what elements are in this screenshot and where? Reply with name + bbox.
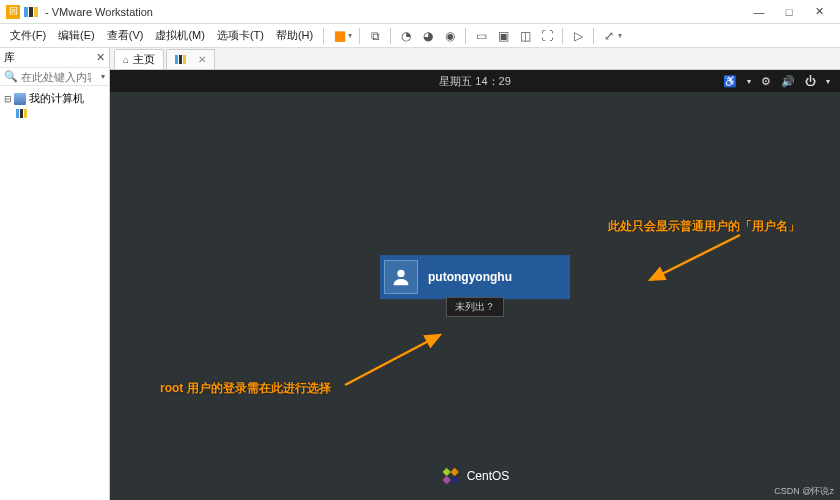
menu-tabs[interactable]: 选项卡(T) [211, 28, 270, 43]
menu-view[interactable]: 查看(V) [101, 28, 150, 43]
search-icon: 🔍 [4, 70, 18, 83]
annotation-top: 此处只会显示普通用户的「用户名」 [608, 218, 800, 235]
menu-vm[interactable]: 虚拟机(M) [149, 28, 211, 43]
window-titlebar: 回 - VMware Workstation — □ ✕ [0, 0, 840, 24]
vm-color-icon [24, 7, 39, 17]
menu-help[interactable]: 帮助(H) [270, 28, 319, 43]
menubar: 文件(F) 编辑(E) 查看(V) 虚拟机(M) 选项卡(T) 帮助(H) ▮▮… [0, 24, 840, 48]
guest-screen[interactable]: 星期五 14：29 ♿ ▾ ⚙ 🔊 ⏻ ▾ putongyonghu 未列出？ … [110, 70, 840, 500]
library-sidebar: 库 ✕ 🔍 ▾ ⊟ 我的计算机 [0, 48, 110, 500]
window-title: - VMware Workstation [45, 6, 153, 18]
annotation-arrow-top [640, 230, 750, 290]
svg-rect-4 [450, 468, 458, 476]
snapshot-icon[interactable]: ⧉ [366, 27, 384, 45]
svg-point-0 [397, 270, 404, 277]
svg-line-2 [345, 335, 440, 385]
tree-root-label: 我的计算机 [29, 91, 84, 106]
system-dropdown-icon[interactable]: ▾ [826, 77, 830, 86]
search-dropdown-icon[interactable]: ▾ [101, 72, 105, 81]
tab-home-label: 主页 [133, 52, 155, 67]
tab-home[interactable]: ⌂ 主页 [114, 49, 164, 69]
snapshot-take-icon[interactable]: ◔ [397, 27, 415, 45]
close-button[interactable]: ✕ [804, 3, 834, 21]
menu-edit[interactable]: 编辑(E) [52, 28, 101, 43]
power-icon[interactable]: ⏻ [805, 75, 816, 87]
accessibility-dropdown-icon[interactable]: ▾ [747, 77, 751, 86]
library-search-input[interactable] [21, 71, 91, 83]
view-stretch-icon[interactable]: ⛶ [538, 27, 556, 45]
maximize-button[interactable]: □ [774, 3, 804, 21]
guest-top-panel: 星期五 14：29 ♿ ▾ ⚙ 🔊 ⏻ ▾ [110, 70, 840, 92]
tree-twisty-icon[interactable]: ⊟ [4, 94, 14, 104]
vm-running-icon [16, 108, 28, 120]
centos-logo-icon [441, 466, 461, 486]
tree-vm-item[interactable] [2, 107, 107, 121]
network-icon[interactable]: ⚙ [761, 75, 771, 88]
tree-root[interactable]: ⊟ 我的计算机 [2, 90, 107, 107]
pause-icon[interactable]: ▮▮ [330, 27, 348, 45]
not-listed-button[interactable]: 未列出？ [446, 297, 504, 317]
computer-icon [14, 93, 26, 105]
menu-file[interactable]: 文件(F) [4, 28, 52, 43]
fullscreen-dropdown-icon[interactable]: ▾ [618, 31, 622, 40]
volume-icon[interactable]: 🔊 [781, 75, 795, 88]
accessibility-icon[interactable]: ♿ [723, 75, 737, 88]
minimize-button[interactable]: — [744, 3, 774, 21]
svg-line-1 [650, 235, 740, 280]
app-icon: 回 [6, 5, 20, 19]
avatar-icon [384, 260, 418, 294]
svg-rect-6 [450, 476, 458, 484]
watermark: CSDN @怀说z [774, 485, 834, 498]
snapshot-revert-icon[interactable]: ◕ [419, 27, 437, 45]
view-thumbnail-icon[interactable]: ◫ [516, 27, 534, 45]
centos-label: CentOS [467, 469, 510, 483]
snapshot-manage-icon[interactable]: ◉ [441, 27, 459, 45]
tabstrip: ⌂ 主页 ✕ [110, 48, 840, 70]
login-user-tile[interactable]: putongyonghu [380, 255, 570, 299]
tab-vm[interactable]: ✕ [166, 49, 215, 69]
view-console-icon[interactable]: ▭ [472, 27, 490, 45]
fullscreen-icon[interactable]: ⤢ [600, 27, 618, 45]
annotation-bottom: root 用户的登录需在此进行选择 [160, 380, 331, 397]
centos-brand: CentOS [441, 466, 510, 486]
power-dropdown-icon[interactable]: ▾ [348, 31, 352, 40]
tab-close-icon[interactable]: ✕ [198, 54, 206, 65]
annotation-arrow-bottom [340, 330, 450, 390]
sidebar-close-icon[interactable]: ✕ [96, 51, 105, 64]
svg-rect-5 [442, 476, 450, 484]
login-username: putongyonghu [428, 270, 512, 284]
view-unity-icon[interactable]: ▣ [494, 27, 512, 45]
guest-datetime: 星期五 14：29 [439, 74, 511, 89]
home-icon: ⌂ [123, 54, 129, 65]
sidebar-title: 库 [4, 50, 15, 65]
vm-tab-color-icon [175, 55, 186, 64]
quick-switch-icon[interactable]: ▷ [569, 27, 587, 45]
library-tree: ⊟ 我的计算机 [0, 86, 109, 125]
content-area: ⌂ 主页 ✕ 星期五 14：29 ♿ ▾ ⚙ 🔊 ⏻ ▾ [110, 48, 840, 500]
svg-rect-3 [442, 468, 450, 476]
